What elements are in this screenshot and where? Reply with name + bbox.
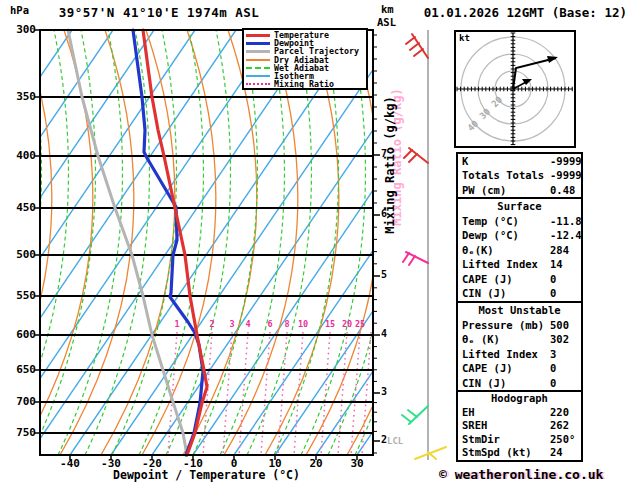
wind-barb (409, 256, 415, 265)
hodograph: 203040 (455, 31, 575, 147)
legend-item: Mixing Ratio (246, 80, 364, 88)
table-row: CAPE (J)0 (458, 361, 581, 376)
km-tick-label: 3 (381, 386, 387, 397)
indices-table: K-9999Totals Totals-9999PW (cm)0.48Surfa… (456, 152, 583, 462)
table-section: HodographEH220SREH262StmDir250°StmSpd (k… (456, 390, 583, 462)
wet-adiabat-line (85, 30, 149, 455)
mixing-ratio-value-label: 6 (262, 319, 278, 329)
wind-barb (409, 406, 428, 424)
wind-barb (409, 154, 417, 162)
legend-line-sample (246, 59, 270, 61)
table-row-value: -12.4 (550, 228, 582, 243)
dry-adiabat-line (60, 30, 134, 455)
table-row-value: 302 (550, 332, 569, 347)
km-tick-label: 2 (381, 434, 387, 445)
table-row-label: CAPE (J) (462, 273, 513, 285)
pressure-tick-label: 750 (8, 426, 36, 439)
table-row-value: 0.48 (550, 183, 575, 197)
dry-adiabat-line (265, 30, 339, 455)
mixing-ratio-line (278, 332, 287, 455)
wind-barb (406, 37, 415, 44)
mixing-ratio-value-label: 3 (224, 319, 240, 329)
wet-adiabat-line (139, 30, 203, 455)
isotherm-line (70, 30, 359, 455)
hodograph-kt-label: kt (459, 33, 470, 43)
wind-barb (404, 150, 412, 158)
parcel-trajectory-curve (68, 30, 187, 455)
table-row: StmSpd (kt)24 (458, 446, 581, 460)
table-row-value: -9999 (550, 168, 582, 182)
table-row: θₑ (K)302 (458, 332, 581, 347)
legend-line-sample (246, 50, 270, 53)
table-row-label: PW (cm) (462, 184, 506, 196)
pressure-tick-label: 650 (8, 363, 36, 376)
pressure-unit-label: hPa (10, 4, 29, 16)
table-row: Lifted Index14 (458, 257, 581, 272)
copyright-credit: © weatheronline.co.uk (439, 467, 603, 482)
mixing-ratio-line (261, 332, 270, 455)
km-tick-label: 7 (381, 148, 387, 159)
legend-line-sample (246, 67, 270, 69)
table-row-label: Pressure (mb) (462, 319, 544, 331)
temperature-tick-label: 0 (217, 457, 251, 470)
table-section-header: Most Unstable (458, 303, 581, 318)
table-row-value: 250° (550, 433, 575, 447)
dry-adiabat-line (224, 30, 298, 455)
table-row: Lifted Index3 (458, 347, 581, 362)
wind-barb (414, 49, 423, 56)
pressure-tick-label: 550 (8, 289, 36, 302)
legend-line-sample (246, 34, 270, 37)
km-tick-label: 4 (381, 328, 387, 339)
temperature-tick-label: -10 (176, 457, 210, 470)
wind-barb (402, 415, 411, 422)
table-row: EH220 (458, 406, 581, 420)
isotherm-line (193, 30, 482, 455)
dry-adiabat-line (306, 30, 380, 455)
temperature-tick-label: 30 (340, 457, 374, 470)
table-row-label: Totals Totals (462, 169, 544, 181)
mixing-ratio-value-label: 1 (169, 319, 185, 329)
isotherm-line (29, 30, 318, 455)
valid-datetime: 01.01.2026 12GMT (Base: 12) (398, 5, 627, 20)
wet-adiabat-line (301, 30, 365, 455)
table-row-label: Temp (°C) (462, 215, 519, 227)
dry-adiabat-line (183, 30, 257, 455)
km-tick-label: 5 (381, 269, 387, 280)
mixing-ratio-value-label: 2 (204, 319, 220, 329)
table-row-value: 0 (550, 361, 556, 376)
table-row-value: 284 (550, 243, 569, 258)
table-row-label: CIN (J) (462, 377, 506, 389)
table-row-value: 24 (550, 446, 563, 460)
table-row-value: 3 (550, 347, 556, 362)
table-row: Pressure (mb)500 (458, 318, 581, 333)
mixing-ratio-value-label: 25 (352, 319, 368, 329)
isotherm-line (0, 30, 277, 455)
table-row: SREH262 (458, 419, 581, 433)
table-row: K-9999 (458, 154, 581, 168)
table-row-label: K (462, 155, 468, 167)
table-section: K-9999Totals Totals-9999PW (cm)0.48 (456, 152, 583, 199)
mixing-ratio-value-label: 8 (279, 319, 295, 329)
pressure-tick-label: 450 (8, 201, 36, 214)
table-row-label: EH (462, 406, 475, 418)
temperature-tick-label: 10 (258, 457, 292, 470)
table-row-label: SREH (462, 419, 487, 431)
table-row: CAPE (J)0 (458, 272, 581, 287)
lcl-marker-label: LCL (387, 436, 403, 446)
mixing-ratio-value-label: 4 (240, 319, 256, 329)
station-title: 39°57'N 41°10'E 1974m ASL (40, 5, 278, 20)
table-row-value: -11.8 (550, 214, 582, 229)
table-row-label: Dewp (°C) (462, 229, 519, 241)
table-row-label: StmSpd (kt) (462, 446, 532, 458)
temperature-tick-label: -20 (135, 457, 169, 470)
table-row-value: -9999 (550, 154, 582, 168)
pressure-tick-label: 300 (8, 23, 36, 36)
wet-adiabat-line (112, 30, 176, 455)
table-row-label: CIN (J) (462, 287, 506, 299)
legend-line-sample (246, 42, 270, 45)
mixing-ratio-line (294, 332, 303, 455)
table-section: Most UnstablePressure (mb)500θₑ (K)302Li… (456, 301, 583, 392)
table-row-value: 262 (550, 419, 569, 433)
table-row-value: 0 (550, 376, 556, 391)
table-row-label: Lifted Index (462, 258, 538, 270)
